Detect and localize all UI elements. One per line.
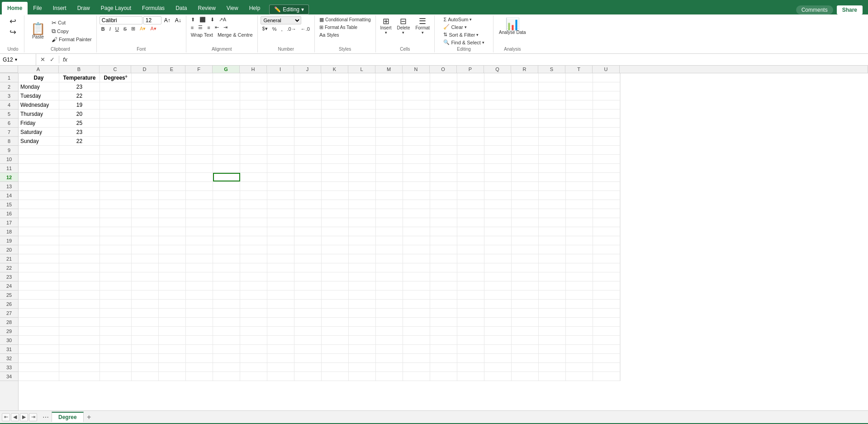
cell-E29[interactable]	[159, 327, 186, 335]
cell-U11[interactable]	[593, 164, 620, 172]
cell-F30[interactable]	[186, 336, 213, 344]
undo-button[interactable]: ↩	[6, 16, 20, 26]
cell-K15[interactable]	[322, 200, 349, 209]
cell-F26[interactable]	[186, 300, 213, 308]
cell-T11[interactable]	[566, 164, 593, 172]
cell-O7[interactable]	[430, 128, 457, 136]
cell-A26[interactable]	[19, 300, 59, 308]
cell-H18[interactable]	[240, 227, 267, 236]
cell-J31[interactable]	[294, 345, 322, 353]
cell-F34[interactable]	[186, 372, 213, 381]
cell-D5[interactable]	[132, 110, 159, 118]
cell-O1[interactable]	[430, 73, 457, 82]
cell-J2[interactable]	[294, 82, 322, 91]
cell-G24[interactable]	[213, 281, 240, 290]
cell-A8[interactable]: Sunday	[19, 137, 59, 145]
cell-M13[interactable]	[376, 182, 403, 191]
delete-cells-button[interactable]: ⊟ Delete ▾	[395, 16, 412, 36]
cell-M27[interactable]	[376, 309, 403, 317]
cell-G5[interactable]	[213, 110, 240, 118]
cell-Q7[interactable]	[484, 128, 512, 136]
cell-S2[interactable]	[539, 82, 566, 91]
cell-H2[interactable]	[240, 82, 267, 91]
cell-I2[interactable]	[267, 82, 294, 91]
cell-F28[interactable]	[186, 318, 213, 326]
cell-B25[interactable]	[59, 291, 100, 299]
cell-A9[interactable]	[19, 146, 59, 154]
cell-F11[interactable]	[186, 164, 213, 172]
cell-J4[interactable]	[294, 100, 322, 109]
cell-L28[interactable]	[349, 318, 376, 326]
cell-C6[interactable]	[100, 119, 132, 127]
col-header-n[interactable]: N	[403, 66, 430, 73]
format-painter-button[interactable]: 🖌 Format Painter	[50, 36, 94, 43]
cell-P23[interactable]	[457, 272, 484, 281]
cell-A7[interactable]: Saturday	[19, 128, 59, 136]
cell-M12[interactable]	[376, 173, 403, 181]
cell-E32[interactable]	[159, 354, 186, 362]
cell-I15[interactable]	[267, 200, 294, 209]
cell-B2[interactable]: 23	[59, 82, 100, 91]
cell-D15[interactable]	[132, 200, 159, 209]
cell-L12[interactable]	[349, 173, 376, 181]
cell-J29[interactable]	[294, 327, 322, 335]
cell-H23[interactable]	[240, 272, 267, 281]
cell-B14[interactable]	[59, 191, 100, 200]
cell-B7[interactable]: 23	[59, 128, 100, 136]
row-header-28[interactable]: 28	[0, 318, 18, 327]
cell-P21[interactable]	[457, 254, 484, 263]
row-header-1[interactable]: 1	[0, 73, 18, 82]
cell-Q12[interactable]	[484, 173, 512, 181]
cell-C20[interactable]	[100, 245, 132, 254]
indent-decrease-button[interactable]: ⇤	[213, 24, 221, 31]
cell-U5[interactable]	[593, 110, 620, 118]
cell-U13[interactable]	[593, 182, 620, 191]
cell-Q19[interactable]	[484, 236, 512, 245]
cell-O12[interactable]	[430, 173, 457, 181]
cell-D2[interactable]	[132, 82, 159, 91]
cell-U20[interactable]	[593, 245, 620, 254]
cell-P27[interactable]	[457, 309, 484, 317]
tab-review[interactable]: Review	[192, 2, 221, 14]
cell-N14[interactable]	[403, 191, 430, 200]
cell-E9[interactable]	[159, 146, 186, 154]
cell-C1[interactable]: Degrees°	[100, 73, 132, 82]
cell-name-dropdown[interactable]: ▾	[15, 57, 17, 62]
cell-I13[interactable]	[267, 182, 294, 191]
cell-F12[interactable]	[186, 173, 213, 181]
cell-U8[interactable]	[593, 137, 620, 145]
col-header-b[interactable]: B	[59, 66, 100, 73]
cell-B10[interactable]	[59, 155, 100, 163]
cell-L32[interactable]	[349, 354, 376, 362]
cell-I34[interactable]	[267, 372, 294, 381]
cell-I10[interactable]	[267, 155, 294, 163]
cell-F27[interactable]	[186, 309, 213, 317]
col-header-l[interactable]: L	[348, 66, 375, 73]
col-header-s[interactable]: S	[538, 66, 565, 73]
cell-T4[interactable]	[566, 100, 593, 109]
cell-T19[interactable]	[566, 236, 593, 245]
cell-H19[interactable]	[240, 236, 267, 245]
cell-B30[interactable]	[59, 336, 100, 344]
cell-E31[interactable]	[159, 345, 186, 353]
cell-F25[interactable]	[186, 291, 213, 299]
cell-E18[interactable]	[159, 227, 186, 236]
cell-H3[interactable]	[240, 91, 267, 100]
cell-M8[interactable]	[376, 137, 403, 145]
cell-N2[interactable]	[403, 82, 430, 91]
cell-O13[interactable]	[430, 182, 457, 191]
cell-H14[interactable]	[240, 191, 267, 200]
cell-D9[interactable]	[132, 146, 159, 154]
col-header-e[interactable]: E	[158, 66, 185, 73]
number-format-select[interactable]: General Number Currency Percentage	[261, 16, 301, 24]
cell-P5[interactable]	[457, 110, 484, 118]
cell-K23[interactable]	[322, 272, 349, 281]
cell-N28[interactable]	[403, 318, 430, 326]
cell-C18[interactable]	[100, 227, 132, 236]
cell-K17[interactable]	[322, 218, 349, 227]
cell-B27[interactable]	[59, 309, 100, 317]
cell-T31[interactable]	[566, 345, 593, 353]
cell-T6[interactable]	[566, 119, 593, 127]
cell-A2[interactable]: Monday	[19, 82, 59, 91]
cell-O8[interactable]	[430, 137, 457, 145]
